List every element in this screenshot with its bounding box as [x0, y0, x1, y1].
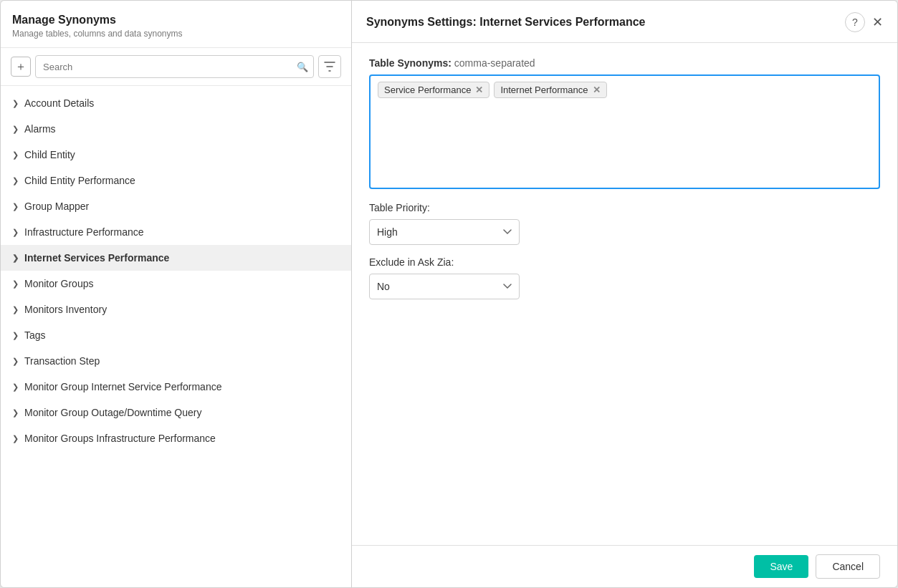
nav-item-child-entity-performance[interactable]: ❯ Child Entity Performance — [1, 168, 351, 193]
chevron-icon: ❯ — [12, 228, 19, 237]
nav-item-infrastructure-performance[interactable]: ❯ Infrastructure Performance — [1, 219, 351, 245]
right-content: Table Synonyms: comma-separated Service … — [352, 43, 897, 545]
nav-item-label: Monitor Group Outage/Downtime Query — [24, 407, 340, 418]
nav-item-monitors-inventory[interactable]: ❯ Monitors Inventory — [1, 297, 351, 322]
exclude-zia-label: Exclude in Ask Zia: — [369, 256, 880, 268]
left-subtitle: Manage tables, columns and data synonyms — [12, 29, 340, 39]
nav-item-label: Child Entity Performance — [24, 175, 340, 186]
search-input-wrap: 🔍 — [35, 55, 314, 78]
table-synonyms-label: Table Synonyms: comma-separated — [369, 57, 880, 69]
chevron-icon: ❯ — [12, 279, 19, 289]
left-panel: Manage Synonyms Manage tables, columns a… — [1, 1, 352, 587]
chevron-icon: ❯ — [12, 254, 19, 263]
nav-item-label: Transaction Step — [24, 355, 340, 367]
search-bar: ＋ 🔍 — [1, 48, 351, 86]
nav-item-monitor-group-outage-downtime-query[interactable]: ❯ Monitor Group Outage/Downtime Query — [1, 400, 351, 425]
tag-internet-performance: Internet Performance ✕ — [494, 82, 606, 98]
nav-item-monitor-groups-infrastructure-performance[interactable]: ❯ Monitor Groups Infrastructure Performa… — [1, 425, 351, 451]
tag-service-performance: Service Performance ✕ — [378, 82, 489, 98]
right-panel-title: Synonyms Settings: Internet Services Per… — [366, 16, 645, 29]
nav-item-alarms[interactable]: ❯ Alarms — [1, 116, 351, 142]
nav-item-label: Alarms — [24, 123, 340, 135]
chevron-icon: ❯ — [12, 305, 19, 314]
tag-remove-button[interactable]: ✕ — [475, 85, 483, 95]
nav-item-label: Internet Services Performance — [24, 252, 340, 264]
nav-item-label: Monitor Groups — [24, 278, 340, 289]
chevron-icon: ❯ — [12, 434, 19, 443]
cancel-button[interactable]: Cancel — [816, 554, 880, 579]
chevron-icon: ❯ — [12, 357, 19, 366]
exclude-zia-field: Exclude in Ask Zia: NoYes — [369, 256, 880, 299]
tag-label: Internet Performance — [500, 85, 588, 95]
nav-item-label: Monitor Group Internet Service Performan… — [24, 381, 340, 392]
manage-synonyms-modal: Manage Synonyms Manage tables, columns a… — [0, 0, 898, 588]
nav-item-transaction-step[interactable]: ❯ Transaction Step — [1, 348, 351, 374]
nav-item-label: Child Entity — [24, 149, 340, 160]
help-button[interactable]: ? — [845, 12, 865, 32]
table-synonyms-input[interactable]: Service Performance ✕Internet Performanc… — [369, 74, 880, 189]
save-button[interactable]: Save — [754, 555, 808, 578]
exclude-zia-select[interactable]: NoYes — [369, 274, 520, 299]
nav-item-label: Tags — [24, 329, 340, 341]
chevron-icon: ❯ — [12, 150, 19, 160]
nav-item-label: Monitors Inventory — [24, 304, 340, 315]
chevron-icon: ❯ — [12, 382, 19, 392]
left-header: Manage Synonyms Manage tables, columns a… — [1, 1, 351, 48]
search-icon: 🔍 — [297, 62, 308, 72]
chevron-icon: ❯ — [12, 202, 19, 211]
header-icons: ? ✕ — [845, 12, 883, 32]
chevron-icon: ❯ — [12, 408, 19, 418]
nav-item-label: Monitor Groups Infrastructure Performanc… — [24, 433, 340, 444]
chevron-icon: ❯ — [12, 125, 19, 134]
nav-item-account-details[interactable]: ❯ Account Details — [1, 90, 351, 116]
modal-footer: Save Cancel — [352, 545, 897, 587]
table-priority-label: Table Priority: — [369, 202, 880, 213]
nav-item-label: Account Details — [24, 97, 340, 109]
table-priority-select[interactable]: HighMediumLow — [369, 219, 520, 245]
table-priority-field: Table Priority: HighMediumLow — [369, 202, 880, 245]
chevron-icon: ❯ — [12, 331, 19, 340]
nav-item-internet-services-performance[interactable]: ❯ Internet Services Performance — [1, 245, 351, 271]
filter-button[interactable] — [318, 55, 341, 78]
right-header: Synonyms Settings: Internet Services Per… — [352, 1, 897, 43]
add-button[interactable]: ＋ — [11, 57, 31, 77]
modal-body: Manage Synonyms Manage tables, columns a… — [1, 1, 897, 587]
left-title: Manage Synonyms — [12, 14, 340, 26]
nav-item-tags[interactable]: ❯ Tags — [1, 322, 351, 348]
tag-remove-button[interactable]: ✕ — [593, 85, 601, 95]
search-input[interactable] — [35, 55, 314, 78]
chevron-icon: ❯ — [12, 99, 19, 108]
nav-item-monitor-groups[interactable]: ❯ Monitor Groups — [1, 271, 351, 297]
chevron-icon: ❯ — [12, 176, 19, 185]
right-panel: Synonyms Settings: Internet Services Per… — [352, 1, 897, 587]
tag-label: Service Performance — [384, 85, 471, 95]
nav-item-monitor-group-internet-service-performance[interactable]: ❯ Monitor Group Internet Service Perform… — [1, 374, 351, 400]
close-button[interactable]: ✕ — [872, 14, 883, 30]
nav-item-label: Infrastructure Performance — [24, 226, 340, 238]
nav-item-group-mapper[interactable]: ❯ Group Mapper — [1, 193, 351, 219]
nav-list: ❯ Account Details❯ Alarms❯ Child Entity❯… — [1, 86, 351, 587]
nav-item-child-entity[interactable]: ❯ Child Entity — [1, 142, 351, 168]
nav-item-label: Group Mapper — [24, 201, 340, 212]
